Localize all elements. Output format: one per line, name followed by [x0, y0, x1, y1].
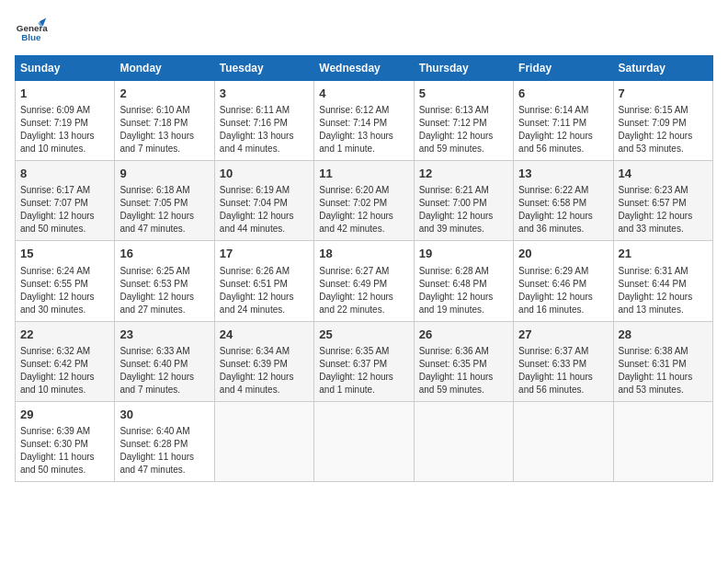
calendar-cell: 21Sunrise: 6:31 AMSunset: 6:44 PMDayligh…	[613, 241, 712, 321]
day-info: Daylight: 12 hours	[119, 291, 209, 304]
day-info: Sunset: 6:48 PM	[419, 278, 508, 291]
day-info: Sunset: 7:00 PM	[419, 197, 508, 210]
calendar-cell: 5Sunrise: 6:13 AMSunset: 7:12 PMDaylight…	[414, 81, 513, 161]
day-number: 5	[419, 86, 508, 102]
calendar-cell: 13Sunrise: 6:22 AMSunset: 6:58 PMDayligh…	[514, 161, 613, 241]
day-info: Sunrise: 6:14 AM	[518, 104, 608, 117]
day-info: Sunset: 6:53 PM	[119, 278, 209, 291]
day-info: Sunrise: 6:33 AM	[119, 345, 209, 358]
day-header-monday: Monday	[115, 56, 214, 81]
day-info: Sunset: 6:44 PM	[619, 278, 708, 291]
day-info: Sunrise: 6:37 AM	[518, 345, 608, 358]
day-info: Sunrise: 6:40 AM	[119, 425, 209, 438]
day-info: Daylight: 12 hours	[220, 291, 309, 304]
calendar-cell	[314, 401, 414, 481]
day-number: 14	[619, 166, 708, 182]
day-number: 8	[20, 166, 109, 182]
day-info: and 22 minutes.	[319, 304, 408, 316]
day-info: and 53 minutes.	[619, 143, 708, 155]
day-info: Daylight: 12 hours	[619, 130, 708, 143]
day-number: 28	[619, 327, 708, 343]
day-info: Sunset: 7:04 PM	[220, 197, 309, 210]
day-info: and 1 minute.	[319, 143, 408, 155]
day-info: Sunrise: 6:09 AM	[20, 104, 109, 117]
day-info: and 4 minutes.	[220, 143, 309, 155]
calendar-cell: 11Sunrise: 6:20 AMSunset: 7:02 PMDayligh…	[314, 161, 414, 241]
day-info: and 1 minute.	[319, 384, 408, 396]
day-number: 23	[119, 327, 209, 343]
day-info: Sunrise: 6:27 AM	[319, 265, 408, 278]
day-info: Daylight: 12 hours	[518, 130, 608, 143]
day-info: Sunset: 7:19 PM	[20, 117, 109, 130]
day-info: Sunset: 7:12 PM	[419, 117, 508, 130]
day-number: 27	[518, 327, 608, 343]
day-info: Sunset: 6:40 PM	[119, 358, 209, 371]
day-info: Daylight: 12 hours	[419, 291, 508, 304]
calendar-cell: 6Sunrise: 6:14 AMSunset: 7:11 PMDaylight…	[514, 81, 613, 161]
calendar-cell: 23Sunrise: 6:33 AMSunset: 6:40 PMDayligh…	[115, 321, 214, 401]
day-info: Sunset: 6:28 PM	[119, 438, 209, 451]
day-info: Sunset: 7:18 PM	[119, 117, 209, 130]
calendar-cell	[514, 401, 613, 481]
calendar-cell: 4Sunrise: 6:12 AMSunset: 7:14 PMDaylight…	[314, 81, 414, 161]
day-number: 1	[20, 86, 109, 102]
day-info: Daylight: 12 hours	[518, 210, 608, 223]
day-info: Daylight: 12 hours	[20, 291, 109, 304]
day-info: Sunset: 6:51 PM	[220, 278, 309, 291]
day-info: and 24 minutes.	[220, 304, 309, 316]
day-number: 26	[419, 327, 508, 343]
day-info: and 59 minutes.	[419, 143, 508, 155]
header-row: SundayMondayTuesdayWednesdayThursdayFrid…	[16, 56, 713, 81]
day-number: 13	[518, 166, 608, 182]
day-info: Sunrise: 6:18 AM	[119, 184, 209, 197]
day-info: and 7 minutes.	[119, 384, 209, 396]
calendar-cell: 20Sunrise: 6:29 AMSunset: 6:46 PMDayligh…	[514, 241, 613, 321]
day-number: 16	[119, 246, 209, 262]
day-number: 21	[619, 246, 708, 262]
day-info: Sunrise: 6:17 AM	[20, 184, 109, 197]
day-number: 4	[319, 86, 408, 102]
day-info: Daylight: 12 hours	[419, 210, 508, 223]
day-info: and 50 minutes.	[20, 464, 109, 477]
calendar-cell: 15Sunrise: 6:24 AMSunset: 6:55 PMDayligh…	[16, 241, 115, 321]
day-info: Sunset: 7:14 PM	[319, 117, 408, 130]
day-info: Sunset: 7:02 PM	[319, 197, 408, 210]
calendar-cell: 14Sunrise: 6:23 AMSunset: 6:57 PMDayligh…	[613, 161, 712, 241]
day-info: and 56 minutes.	[518, 384, 608, 396]
calendar-cell: 19Sunrise: 6:28 AMSunset: 6:48 PMDayligh…	[414, 241, 513, 321]
day-info: Daylight: 12 hours	[319, 210, 408, 223]
day-info: Daylight: 12 hours	[119, 371, 209, 384]
day-number: 11	[319, 166, 408, 182]
day-info: and 44 minutes.	[220, 223, 309, 236]
day-info: Sunset: 7:11 PM	[518, 117, 608, 130]
day-info: Sunrise: 6:10 AM	[119, 104, 209, 117]
day-info: Daylight: 11 hours	[419, 371, 508, 384]
day-header-friday: Friday	[514, 56, 613, 81]
day-number: 10	[220, 166, 309, 182]
day-number: 6	[518, 86, 608, 102]
day-info: Sunrise: 6:11 AM	[220, 104, 309, 117]
day-info: Daylight: 11 hours	[518, 371, 608, 384]
day-info: Daylight: 11 hours	[20, 451, 109, 464]
day-info: Daylight: 12 hours	[119, 210, 209, 223]
calendar-cell: 2Sunrise: 6:10 AMSunset: 7:18 PMDaylight…	[115, 81, 214, 161]
calendar-cell: 27Sunrise: 6:37 AMSunset: 6:33 PMDayligh…	[514, 321, 613, 401]
calendar-week-1: 1Sunrise: 6:09 AMSunset: 7:19 PMDaylight…	[16, 81, 713, 161]
day-info: Sunrise: 6:31 AM	[619, 265, 708, 278]
day-number: 2	[119, 86, 209, 102]
day-info: Sunset: 6:49 PM	[319, 278, 408, 291]
day-info: Sunrise: 6:19 AM	[220, 184, 309, 197]
logo: General Blue	[15, 15, 48, 48]
day-info: and 27 minutes.	[119, 304, 209, 316]
day-info: and 42 minutes.	[319, 223, 408, 236]
calendar-cell	[613, 401, 712, 481]
calendar-cell: 7Sunrise: 6:15 AMSunset: 7:09 PMDaylight…	[613, 81, 712, 161]
day-info: Sunset: 6:35 PM	[419, 358, 508, 371]
header: General Blue	[15, 15, 713, 48]
day-info: and 30 minutes.	[20, 304, 109, 316]
day-header-sunday: Sunday	[16, 56, 115, 81]
calendar-cell: 28Sunrise: 6:38 AMSunset: 6:31 PMDayligh…	[613, 321, 712, 401]
day-info: Sunset: 6:30 PM	[20, 438, 109, 451]
day-info: Sunrise: 6:28 AM	[419, 265, 508, 278]
day-info: and 39 minutes.	[419, 223, 508, 236]
